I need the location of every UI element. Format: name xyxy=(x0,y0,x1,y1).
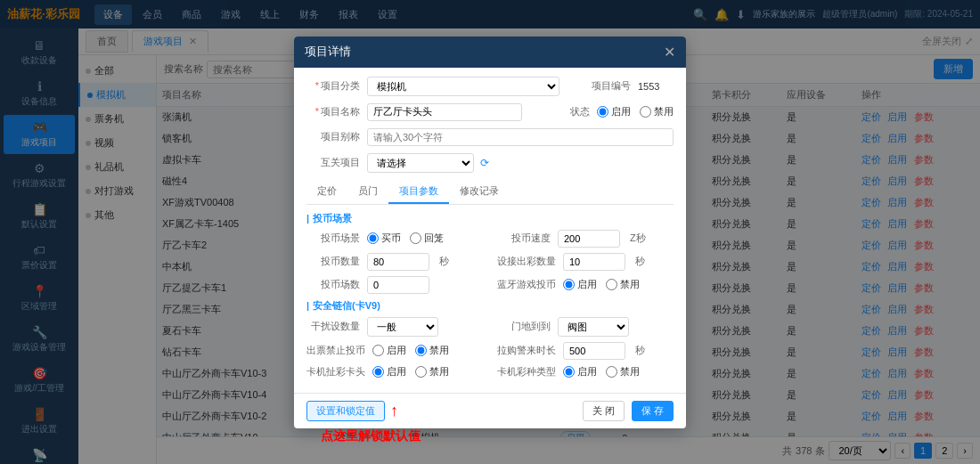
shortcut-input[interactable] xyxy=(367,128,674,146)
modal-tab-price[interactable]: 定价 xyxy=(306,180,347,204)
alarm-time-row: 拉购警来时长 秒 xyxy=(497,342,674,360)
status-radio-group: 启用 禁用 xyxy=(597,105,674,118)
ct-on-radio[interactable] xyxy=(372,366,384,378)
card-type-row: 卡机彩种类型 启用 禁用 xyxy=(497,365,674,379)
modal-overlay: 项目详情 ✕ 项目分类 模拟机 项目编号 1553 项目名称 xyxy=(0,0,980,464)
invest-speed-label: 投币速度 xyxy=(497,232,551,245)
ctp-on-radio[interactable] xyxy=(563,366,575,378)
invest-rounds-input[interactable] xyxy=(367,276,429,294)
related-control: 请选择 ⟳ xyxy=(367,153,674,173)
status-inactive-label[interactable]: 禁用 xyxy=(640,105,674,118)
shortcut-control xyxy=(367,128,674,146)
invest-count-input[interactable] xyxy=(367,253,429,271)
category-label: 项目分类 xyxy=(306,79,360,93)
invest-speed-unit: Z秒 xyxy=(630,232,646,245)
invest-count-row: 投币数量 秒 xyxy=(306,253,483,271)
modal-tab-params[interactable]: 项目参数 xyxy=(388,180,449,204)
modal-close-button[interactable]: ✕ xyxy=(664,44,675,61)
modal-footer: 设置和锁定值 ↑ 点这里解锁默认值 关 闭 保 存 xyxy=(294,393,686,428)
form-row-shortcut: 项目别称 xyxy=(306,128,674,146)
bt-off-radio[interactable] xyxy=(606,279,617,290)
invest-count-label: 投币数量 xyxy=(306,255,360,268)
annotation-text: 点这里解锁默认值 xyxy=(321,428,421,444)
related-refresh-icon[interactable]: ⟳ xyxy=(480,157,489,169)
door-to-select[interactable]: 阀图 xyxy=(558,317,629,337)
arrow-up-icon: ↑ xyxy=(390,403,398,419)
bt-invest-radio: 启用 禁用 xyxy=(563,278,640,291)
noise-count-label: 干扰设数量 xyxy=(306,320,360,333)
shortcut-label: 项目别称 xyxy=(306,130,360,143)
bt-invest-label: 蓝牙游戏投币 xyxy=(497,278,556,291)
invest-rounds-row: 投币场数 xyxy=(306,276,483,294)
noise-count-row: 干扰设数量 一般 xyxy=(306,317,483,337)
invest-count-unit: 秒 xyxy=(439,255,449,268)
scene-buy-radio[interactable] xyxy=(367,232,379,244)
name-input[interactable] xyxy=(367,103,522,121)
status-active-label[interactable]: 启用 xyxy=(597,105,631,118)
modal-footer-left: 设置和锁定值 ↑ xyxy=(306,401,576,421)
category-control: 模拟机 xyxy=(367,77,559,96)
out-count-row: 设接出彩数量 秒 xyxy=(497,253,674,271)
invest-scene-label: 投币场景 xyxy=(306,232,360,245)
safety-section-title: 安全链信(卡V9) xyxy=(306,299,674,313)
card-type-label: 卡机彩种类型 xyxy=(497,365,556,379)
bt-on-radio[interactable] xyxy=(563,279,575,290)
related-label: 互关项目 xyxy=(306,156,360,169)
unlock-default-button[interactable]: 设置和锁定值 xyxy=(306,401,385,421)
modal-tab-door[interactable]: 员门 xyxy=(347,180,388,204)
invest-scene-row: 投币场景 买币 回笼 xyxy=(306,230,483,248)
name-control xyxy=(367,103,522,121)
tkb-on-radio[interactable] xyxy=(372,345,384,356)
modal-header: 项目详情 ✕ xyxy=(294,37,686,68)
alarm-time-input[interactable] xyxy=(563,342,625,360)
ticket-block-label: 出票禁止投币 xyxy=(306,344,365,357)
modal-close-btn[interactable]: 关 闭 xyxy=(583,401,625,421)
out-count-label: 设接出彩数量 xyxy=(497,255,556,268)
scene-recycle-radio[interactable] xyxy=(410,232,421,244)
form-row-category: 项目分类 模拟机 项目编号 1553 xyxy=(306,77,674,96)
door-to-label: 门地到到 xyxy=(497,320,551,333)
status-inactive-radio[interactable] xyxy=(640,106,651,118)
bt-invest-row: 蓝牙游戏投币 启用 禁用 xyxy=(497,276,674,294)
ctp-off-radio[interactable] xyxy=(606,366,617,378)
category-select[interactable]: 模拟机 xyxy=(367,77,559,96)
project-id-label: 项目编号 xyxy=(577,79,631,93)
door-to-row: 门地到到 阀图 xyxy=(497,317,674,337)
project-id-value: 1553 xyxy=(638,81,674,92)
invest-rounds-label: 投币场数 xyxy=(306,278,360,291)
modal-tab-history[interactable]: 修改记录 xyxy=(449,180,510,204)
modal-title: 项目详情 xyxy=(305,44,351,60)
card-ticket-row: 卡机扯彩卡头 启用 禁用 xyxy=(306,365,483,379)
modal-tabs: 定价 员门 项目参数 修改记录 xyxy=(306,180,674,205)
ct-off-radio[interactable] xyxy=(415,366,427,378)
status-active-radio[interactable] xyxy=(597,106,608,118)
name-label: 项目名称 xyxy=(306,105,360,118)
related-select[interactable]: 请选择 xyxy=(367,153,474,173)
invest-section-title: 投币场景 xyxy=(306,212,674,225)
status-label: 状态 xyxy=(536,105,590,118)
card-type-radio: 启用 禁用 xyxy=(563,365,640,379)
invest-speed-input[interactable] xyxy=(558,230,620,248)
card-ticket-radio: 启用 禁用 xyxy=(372,365,449,379)
alarm-time-label: 拉购警来时长 xyxy=(497,344,556,357)
ticket-block-row: 出票禁止投币 启用 禁用 xyxy=(306,342,483,360)
invest-scene-radio: 买币 回笼 xyxy=(367,232,444,245)
out-count-unit: 秒 xyxy=(635,255,645,268)
tkb-off-radio[interactable] xyxy=(415,345,427,356)
form-row-name: 项目名称 状态 启用 禁用 xyxy=(306,103,674,121)
modal-body: 项目分类 模拟机 项目编号 1553 项目名称 状态 启用 禁用 xyxy=(294,68,686,393)
form-row-related: 互关项目 请选择 ⟳ xyxy=(306,153,674,173)
project-detail-modal: 项目详情 ✕ 项目分类 模拟机 项目编号 1553 项目名称 xyxy=(294,37,686,428)
card-ticket-label: 卡机扯彩卡头 xyxy=(306,365,365,379)
noise-count-select[interactable]: 一般 xyxy=(367,317,438,337)
out-count-input[interactable] xyxy=(563,253,625,271)
modal-save-btn[interactable]: 保 存 xyxy=(632,401,674,421)
ticket-block-radio: 启用 禁用 xyxy=(372,344,449,357)
alarm-time-unit: 秒 xyxy=(635,344,645,357)
invest-speed-row: 投币速度 Z秒 xyxy=(497,230,674,248)
